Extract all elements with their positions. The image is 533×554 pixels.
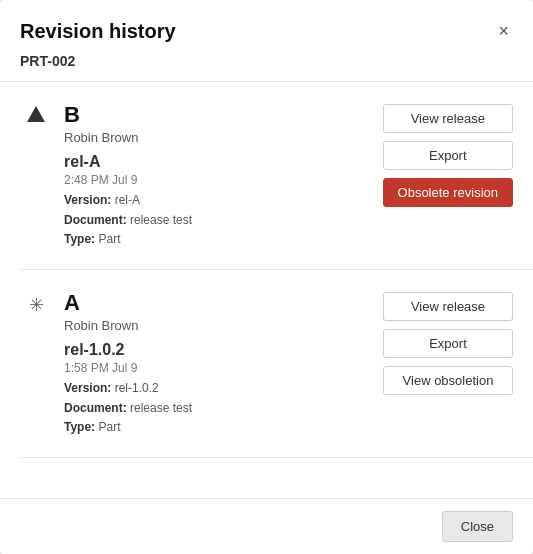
revision-rel-b: rel-A <box>64 153 371 171</box>
modal-body: B Robin Brown rel-A 2:48 PM Jul 9 Versio… <box>0 81 533 498</box>
revision-item-b: B Robin Brown rel-A 2:48 PM Jul 9 Versio… <box>20 82 533 270</box>
revision-content-a: A Robin Brown rel-1.0.2 1:58 PM Jul 9 Ve… <box>64 290 371 437</box>
modal-subtitle: PRT-002 <box>0 53 533 81</box>
revision-meta-b: Version: rel-A Document: release test Ty… <box>64 191 371 249</box>
revision-content-b: B Robin Brown rel-A 2:48 PM Jul 9 Versio… <box>64 102 371 249</box>
modal-header: Revision history × <box>0 0 533 53</box>
obsolete-revision-button-b[interactable]: Obsolete revision <box>383 178 513 207</box>
revision-actions-b: View release Export Obsolete revision <box>383 102 533 207</box>
view-release-button-a[interactable]: View release <box>383 292 513 321</box>
modal-title: Revision history <box>20 20 176 43</box>
revision-icon-a: ✳ <box>20 290 52 316</box>
revision-letter-a: A <box>64 290 371 316</box>
modal-footer: Close <box>0 498 533 554</box>
revision-letter-b: B <box>64 102 371 128</box>
revision-item-a: ✳ A Robin Brown rel-1.0.2 1:58 PM Jul 9 … <box>20 270 533 458</box>
revision-time-a: 1:58 PM Jul 9 <box>64 361 371 375</box>
revision-rel-a: rel-1.0.2 <box>64 341 371 359</box>
revision-author-b: Robin Brown <box>64 130 371 145</box>
revision-icon-b <box>20 102 52 122</box>
view-obsoletion-button-a[interactable]: View obsoletion <box>383 366 513 395</box>
revision-history-modal: Revision history × PRT-002 B Robin Brown… <box>0 0 533 554</box>
view-release-button-b[interactable]: View release <box>383 104 513 133</box>
revision-actions-a: View release Export View obsoletion <box>383 290 533 395</box>
obsolete-triangle-icon: ✳ <box>29 294 44 316</box>
revision-meta-a: Version: rel-1.0.2 Document: release tes… <box>64 379 371 437</box>
revision-author-a: Robin Brown <box>64 318 371 333</box>
triangle-icon <box>27 106 45 122</box>
close-footer-button[interactable]: Close <box>442 511 513 542</box>
export-button-a[interactable]: Export <box>383 329 513 358</box>
revision-time-b: 2:48 PM Jul 9 <box>64 173 371 187</box>
close-x-button[interactable]: × <box>494 20 513 42</box>
export-button-b[interactable]: Export <box>383 141 513 170</box>
